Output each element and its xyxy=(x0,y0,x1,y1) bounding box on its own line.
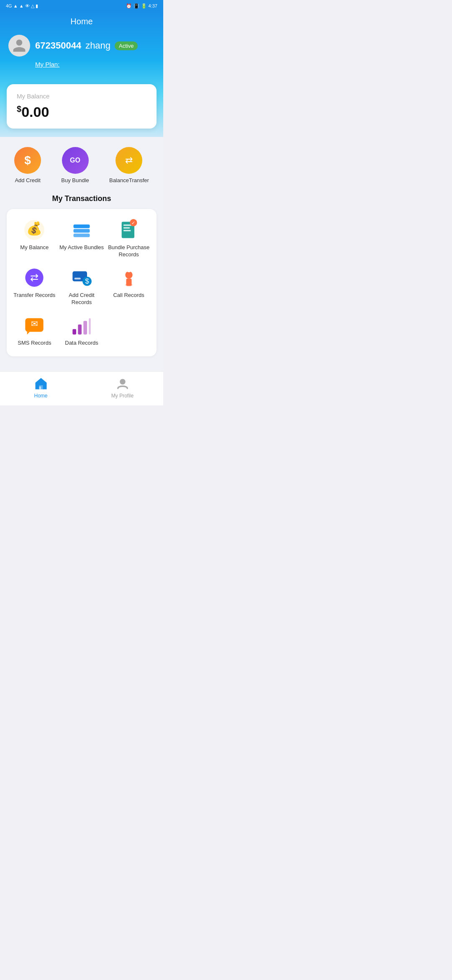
balance-transfer-label: BalanceTransfer xyxy=(109,177,149,183)
sms-records-label: SMS Records xyxy=(18,340,51,347)
transaction-my-active-bundles[interactable]: My Active Bundles xyxy=(58,219,105,258)
transaction-bundle-purchase-records[interactable]: ✓ Bundle Purchase Records xyxy=(105,219,152,258)
call-records-label: Call Records xyxy=(113,292,144,299)
transaction-data-records[interactable]: Data Records xyxy=(58,315,105,347)
svg-rect-3 xyxy=(73,229,90,233)
data-records-label: Data Records xyxy=(65,340,98,347)
svg-rect-27 xyxy=(89,318,90,334)
svg-text:$: $ xyxy=(85,277,89,285)
wifi-icon: ▲ ▲ xyxy=(13,3,24,8)
buy-bundle-button[interactable]: GO Buy Bundle xyxy=(61,147,89,183)
transactions-title: My Transactions xyxy=(7,194,157,203)
transfer-records-label: Transfer Records xyxy=(13,292,55,299)
transactions-grid: 💰 My Balance My Active Bundles xyxy=(11,219,152,346)
signal-icon: 4G xyxy=(6,3,12,8)
nav-my-profile[interactable]: My Profile xyxy=(82,376,163,399)
balance-value: 0.00 xyxy=(21,104,49,120)
add-credit-records-label: Add Credit Records xyxy=(58,292,105,306)
balance-transfer-icon: ⇄ xyxy=(116,147,142,174)
time-display: 4:37 xyxy=(149,3,157,8)
quick-actions: $ Add Credit GO Buy Bundle ⇄ BalanceTran… xyxy=(0,137,163,190)
user-number: 672350044 xyxy=(35,40,81,51)
user-info: 672350044 zhang Active xyxy=(8,35,155,57)
bottom-nav: Home My Profile xyxy=(0,371,163,405)
sms-records-icon: ✉ xyxy=(23,315,45,336)
extra-icons: 👁 △ ▮ xyxy=(25,3,38,9)
my-balance-icon: 💰 xyxy=(23,219,45,241)
user-details: 672350044 zhang Active xyxy=(35,40,138,51)
currency-symbol: $ xyxy=(17,104,21,113)
profile-icon xyxy=(115,376,130,391)
svg-text:💰: 💰 xyxy=(26,221,42,236)
balance-card: My Balance $0.00 xyxy=(7,84,157,129)
user-name: zhang xyxy=(85,40,110,51)
status-bar: 4G ▲ ▲ 👁 △ ▮ ⏰ 📳 🔋 4:37 xyxy=(0,0,163,12)
svg-rect-25 xyxy=(78,324,82,334)
svg-point-17 xyxy=(125,271,132,279)
svg-text:✓: ✓ xyxy=(131,220,135,225)
balance-amount: $0.00 xyxy=(17,104,146,120)
svg-rect-26 xyxy=(83,321,87,335)
svg-marker-22 xyxy=(27,332,30,335)
add-credit-icon: $ xyxy=(14,147,41,174)
svg-rect-14 xyxy=(74,278,81,279)
svg-point-19 xyxy=(125,284,132,286)
my-balance-label: My Balance xyxy=(20,244,49,251)
transactions-card: 💰 My Balance My Active Bundles xyxy=(7,209,157,356)
transaction-call-records[interactable]: Call Records xyxy=(105,267,152,306)
user-avatar-icon xyxy=(12,38,27,53)
svg-text:⇄: ⇄ xyxy=(30,271,39,283)
page-title: Home xyxy=(8,17,155,26)
transaction-transfer-records[interactable]: ⇄ Transfer Records xyxy=(11,267,58,306)
buy-bundle-icon: GO xyxy=(62,147,89,174)
my-plan-link[interactable]: My Plan: xyxy=(35,61,59,68)
bundle-purchase-records-label: Bundle Purchase Records xyxy=(105,244,152,258)
svg-rect-2 xyxy=(73,224,90,228)
svg-rect-6 xyxy=(123,224,132,226)
svg-rect-7 xyxy=(123,227,130,229)
home-nav-label: Home xyxy=(34,393,47,399)
my-active-bundles-icon xyxy=(71,219,92,241)
add-credit-label: Add Credit xyxy=(15,177,40,183)
profile-nav-label: My Profile xyxy=(111,393,134,399)
transfer-records-icon: ⇄ xyxy=(23,267,45,289)
svg-rect-20 xyxy=(127,271,130,272)
add-credit-records-icon: $ xyxy=(71,267,92,289)
battery-icon: 🔋 xyxy=(141,3,147,9)
vibrate-icon: 📳 xyxy=(134,3,139,9)
alarm-icon: ⏰ xyxy=(126,3,132,9)
transaction-add-credit-records[interactable]: $ Add Credit Records xyxy=(58,267,105,306)
active-badge: Active xyxy=(115,41,138,50)
status-right: ⏰ 📳 🔋 4:37 xyxy=(126,3,157,9)
add-credit-button[interactable]: $ Add Credit xyxy=(14,147,41,183)
home-icon xyxy=(33,376,49,391)
svg-text:✉: ✉ xyxy=(31,319,38,328)
transactions-section: My Transactions 💰 My Balance xyxy=(0,190,163,363)
svg-rect-4 xyxy=(73,234,90,237)
balance-transfer-button[interactable]: ⇄ BalanceTransfer xyxy=(109,147,149,183)
balance-label: My Balance xyxy=(17,93,146,100)
my-active-bundles-label: My Active Bundles xyxy=(59,244,104,251)
svg-rect-29 xyxy=(39,387,41,389)
header-section: Home 672350044 zhang Active My Plan: xyxy=(0,12,163,93)
nav-home[interactable]: Home xyxy=(0,376,82,399)
transaction-sms-records[interactable]: ✉ SMS Records xyxy=(11,315,58,347)
svg-rect-24 xyxy=(72,329,76,334)
svg-point-30 xyxy=(120,379,126,385)
buy-bundle-label: Buy Bundle xyxy=(61,177,89,183)
svg-rect-8 xyxy=(123,230,131,231)
bundle-purchase-records-icon: ✓ xyxy=(118,219,140,241)
call-records-icon xyxy=(118,267,140,289)
data-records-icon xyxy=(71,315,92,336)
avatar xyxy=(8,35,30,57)
status-left: 4G ▲ ▲ 👁 △ ▮ xyxy=(6,3,38,9)
transaction-my-balance[interactable]: 💰 My Balance xyxy=(11,219,58,258)
